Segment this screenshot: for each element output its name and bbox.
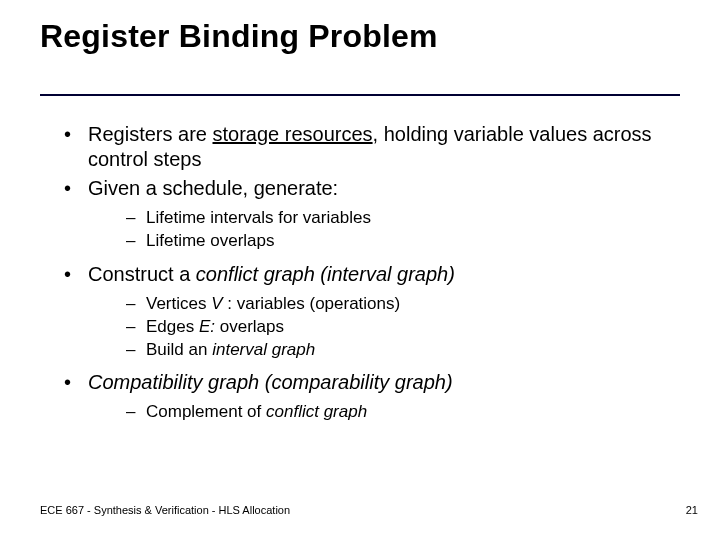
footer-course: ECE 667 - Synthesis & Verification - HLS… [40,504,290,516]
text-italic: Compatibility graph (comparability graph… [88,371,453,393]
sub-list: Vertices V : variables (operations) Edge… [88,293,676,361]
sub-list: Lifetime intervals for variables Lifetim… [88,207,676,252]
sub-lifetime-intervals: Lifetime intervals for variables [88,207,676,228]
sub-interval-graph: Build an interval graph [88,339,676,360]
text: Vertices [146,294,211,313]
text: Registers are [88,123,213,145]
text: Given a schedule, generate: [88,177,338,199]
text-italic: E: [199,317,215,336]
bullet-conflict-graph: Construct a conflict graph (interval gra… [56,262,676,361]
text-italic: conflict graph [266,402,367,421]
text-italic: conflict graph (interval graph) [196,263,455,285]
slide-number: 21 [686,504,698,516]
text-italic: V [211,294,222,313]
bullet-list: Registers are storage resources, holding… [56,122,676,423]
text: overlaps [215,317,284,336]
sub-edges: Edges E: overlaps [88,316,676,337]
bullet-compatibility-graph: Compatibility graph (comparability graph… [56,370,676,422]
sub-complement: Complement of conflict graph [88,401,676,422]
page-title: Register Binding Problem [40,18,438,55]
text: Edges [146,317,199,336]
slide-body: Registers are storage resources, holding… [56,122,676,433]
bullet-given-schedule: Given a schedule, generate: Lifetime int… [56,176,676,252]
text: Lifetime overlaps [146,231,275,250]
text: for variables [274,208,371,227]
title-underline [40,94,680,96]
sub-lifetime-overlaps: Lifetime overlaps [88,230,676,251]
text-underlined: storage resources [213,123,373,145]
slide: Register Binding Problem Registers are s… [0,0,720,540]
text: Construct a [88,263,196,285]
sub-vertices: Vertices V : variables (operations) [88,293,676,314]
text: Lifetime intervals [146,208,274,227]
text: Build an [146,340,212,359]
bullet-registers: Registers are storage resources, holding… [56,122,676,172]
text: Complement of [146,402,266,421]
sub-list: Complement of conflict graph [88,401,676,422]
text-italic: interval graph [212,340,315,359]
text: : variables (operations) [223,294,401,313]
